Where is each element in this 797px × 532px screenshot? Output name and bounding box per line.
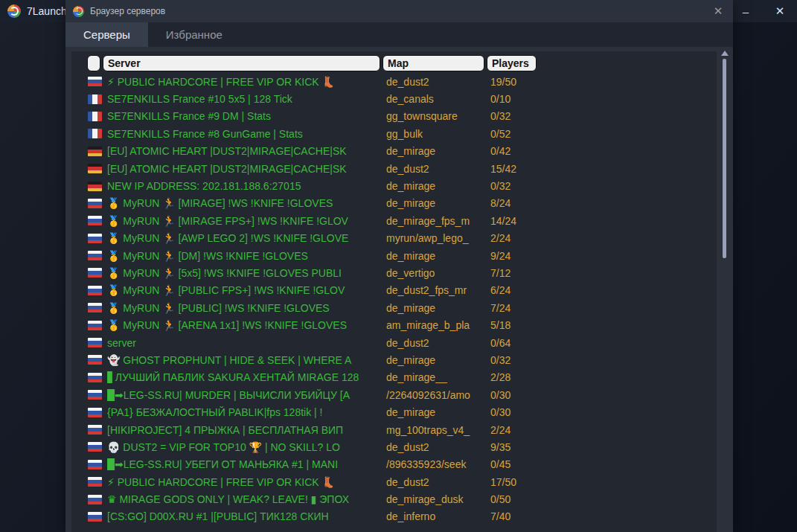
server-name: 🥇 MyRUN 🏃 [ARENA 1x1] !WS !KNIFE !GLOVES <box>107 319 386 331</box>
column-header-map[interactable]: Map <box>383 55 484 71</box>
server-map: am_mirage_b_pla <box>386 319 490 331</box>
server-map: de_mirage <box>386 145 490 157</box>
server-row[interactable]: NEW IP ADDRESS: 202.181.188.6:27015 de_m… <box>71 177 717 194</box>
server-row[interactable]: 🥇 MyRUN 🏃 [AWP LEGO 2] !WS !KNIFE !GLOVE… <box>71 230 717 247</box>
country-flag-icon <box>88 164 102 173</box>
server-players: 2/24 <box>490 424 717 436</box>
server-row[interactable]: [EU] ATOMIC HEART |DUST2|MIRAGE|CACHE|SK… <box>71 143 717 160</box>
server-map: de_mirage <box>386 354 490 366</box>
server-name: 🥇 MyRUN 🏃 [PUBLIC] !WS !KNIFE !GLOVES <box>107 302 386 314</box>
close-window-button[interactable]: ✕ <box>763 0 797 22</box>
server-players: 9/35 <box>490 441 717 453</box>
server-players: 9/24 <box>490 250 717 262</box>
server-name: server <box>107 337 386 349</box>
server-name: SE7ENKILLS France #10 5x5 | 128 Tick <box>107 93 386 105</box>
server-players: 19/50 <box>490 76 717 88</box>
server-map: gg_townsquare <box>386 110 490 122</box>
country-flag-icon <box>88 129 102 138</box>
server-players: 14/24 <box>490 215 717 227</box>
server-name: 🥇 MyRUN 🏃 [MIRAGE FPS+] !WS !KNIFE !GLOV <box>107 215 386 227</box>
tab-favorites[interactable]: Избранное <box>148 22 240 47</box>
server-players: 7/40 <box>490 510 717 522</box>
server-row[interactable]: server de_dust2 0/64 <box>71 334 717 351</box>
dialog-titlebar[interactable]: Браузер серверов ✕ <box>65 0 733 22</box>
server-name: █➡LEG-SS.RU| УБЕГИ ОТ МАНЬЯКА #1 | MANI <box>107 458 386 470</box>
country-flag-icon <box>88 147 102 156</box>
server-players: 0/30 <box>490 389 717 401</box>
server-players: 0/50 <box>490 493 717 505</box>
app-logo-icon <box>7 4 21 18</box>
dialog-content: Server Map Players ⚡ PUBLIC HARDCORE | F… <box>65 47 733 532</box>
server-name: [HIKIPROJECT] 4 ПРЫЖКА | БЕСПЛАТНАЯ ВИП <box>107 424 386 436</box>
server-row[interactable]: [EU] ATOMIC HEART |DUST2|MIRAGE|CACHE|SK… <box>71 160 717 177</box>
server-row[interactable]: SE7ENKILLS France #10 5x5 | 128 Tick de_… <box>71 90 717 107</box>
server-row[interactable]: ♛ MIRAGE GODS ONLY | WEAK? LEAVE! ▮ ЭПОХ… <box>71 490 717 507</box>
server-row[interactable]: [HIKIPROJECT] 4 ПРЫЖКА | БЕСПЛАТНАЯ ВИП … <box>71 421 717 438</box>
country-flag-icon <box>88 251 102 260</box>
country-flag-icon <box>88 338 102 347</box>
server-row[interactable]: █➡LEG-SS.RU| MURDER | ВЫЧИСЛИ УБИЙЦУ [A … <box>71 386 717 403</box>
server-map: mg_100traps_v4_ <box>386 424 490 436</box>
dialog-close-icon[interactable]: ✕ <box>703 0 733 22</box>
server-row[interactable]: {PA1} БЕЗЖАЛОСТНЫЙ PABLIK|fps 128tik | !… <box>71 403 717 420</box>
server-name: 🥇 MyRUN 🏃 [DM] !WS !KNIFE !GLOVES <box>107 250 386 262</box>
server-map: gg_bulk <box>386 128 490 140</box>
server-row[interactable]: 💀 DUST2 = VIP FOR TOP10 🏆 | NO SKILL? LO… <box>71 438 717 455</box>
server-players: 8/24 <box>490 197 717 209</box>
server-name: SE7ENKILLS France #9 DM | Stats <box>107 110 386 122</box>
server-players: 0/32 <box>490 180 717 192</box>
server-row[interactable]: 👻 GHOST PROPHUNT | HIDE & SEEK | WHERE A… <box>71 351 717 368</box>
server-name: {PA1} БЕЗЖАЛОСТНЫЙ PABLIK|fps 128tik | ! <box>107 406 386 418</box>
country-flag-icon <box>88 268 102 278</box>
country-flag-icon <box>88 477 102 487</box>
scroll-up-icon[interactable] <box>721 51 729 56</box>
server-map: de_mirage__ <box>386 371 490 383</box>
tab-servers[interactable]: Серверы <box>65 22 148 47</box>
server-name: ▋ЛУЧШИЙ ПАБЛИК SAKURA ХЕНТАЙ MIRAGE 128 <box>107 371 386 383</box>
server-players: 6/24 <box>490 284 717 296</box>
server-map: de_mirage <box>386 180 490 192</box>
server-players: 0/45 <box>490 458 717 470</box>
server-row[interactable]: 🥇 MyRUN 🏃 [PUBLIC] !WS !KNIFE !GLOVES de… <box>71 299 717 316</box>
server-name: [CS:GO] D00X.RU #1 |[PUBLIC] ТИК128 СКИН <box>107 510 386 522</box>
country-flag-icon <box>88 442 102 452</box>
column-header-favorite[interactable] <box>87 55 100 71</box>
server-players: 15/42 <box>490 163 717 175</box>
server-map: de_mirage <box>386 406 490 418</box>
server-players: 0/64 <box>490 337 717 349</box>
column-header-players[interactable]: Players <box>487 55 537 71</box>
server-row[interactable]: SE7ENKILLS France #9 DM | Stats gg_towns… <box>71 108 717 125</box>
server-map: /2264092631/amo <box>386 389 490 401</box>
server-row[interactable]: 🥇 MyRUN 🏃 [5x5] !WS !KNIFE !GLOVES PUBLI… <box>71 264 717 281</box>
server-row[interactable]: 🥇 MyRUN 🏃 [ARENA 1x1] !WS !KNIFE !GLOVES… <box>71 316 717 333</box>
server-map: de_canals <box>386 93 490 105</box>
server-row[interactable]: ⚡ PUBLIC HARDCORE | FREE VIP OR KICK 👢 d… <box>71 73 717 90</box>
server-row[interactable]: SE7ENKILLS France #8 GunGame | Stats gg_… <box>71 125 717 142</box>
server-name: 🥇 MyRUN 🏃 [PUBLIC FPS+] !WS !KNIFE !GLOV <box>107 284 386 296</box>
server-players: 0/52 <box>490 128 717 140</box>
server-row[interactable]: ⚡ PUBLIC HARDCORE | FREE VIP OR KICK 👢 d… <box>71 473 717 490</box>
server-row[interactable]: 🥇 MyRUN 🏃 [PUBLIC FPS+] !WS !KNIFE !GLOV… <box>71 282 717 299</box>
server-map: de_mirage <box>386 302 490 314</box>
column-header-server[interactable]: Server <box>103 55 380 71</box>
country-flag-icon <box>88 355 102 365</box>
server-players: 0/10 <box>490 93 717 105</box>
server-map: de_dust2 <box>386 163 490 175</box>
dialog-logo-icon <box>73 6 84 17</box>
server-map: myrun/awp_lego_ <box>386 232 490 244</box>
minimize-button[interactable]: – <box>729 0 763 22</box>
server-row[interactable]: 🥇 MyRUN 🏃 [DM] !WS !KNIFE !GLOVES de_mir… <box>71 247 717 264</box>
server-row[interactable]: █➡LEG-SS.RU| УБЕГИ ОТ МАНЬЯКА #1 | MANI … <box>71 456 717 473</box>
server-row[interactable]: [CS:GO] D00X.RU #1 |[PUBLIC] ТИК128 СКИН… <box>71 508 717 525</box>
server-row[interactable]: ▋ЛУЧШИЙ ПАБЛИК SAKURA ХЕНТАЙ MIRAGE 128 … <box>71 369 717 386</box>
country-flag-icon <box>88 408 102 417</box>
scrollbar[interactable] <box>719 49 730 532</box>
server-players: 17/50 <box>490 476 717 488</box>
server-name: NEW IP ADDRESS: 202.181.188.6:27015 <box>107 180 386 192</box>
server-map: de_mirage <box>386 250 490 262</box>
server-map: de_dust2 <box>386 441 490 453</box>
server-row[interactable]: 🥇 MyRUN 🏃 [MIRAGE] !WS !KNIFE !GLOVES de… <box>71 195 717 212</box>
scrollbar-thumb[interactable] <box>723 59 726 258</box>
server-row[interactable]: 🥇 MyRUN 🏃 [MIRAGE FPS+] !WS !KNIFE !GLOV… <box>71 212 717 229</box>
server-list-panel: Server Map Players ⚡ PUBLIC HARDCORE | F… <box>71 51 717 532</box>
